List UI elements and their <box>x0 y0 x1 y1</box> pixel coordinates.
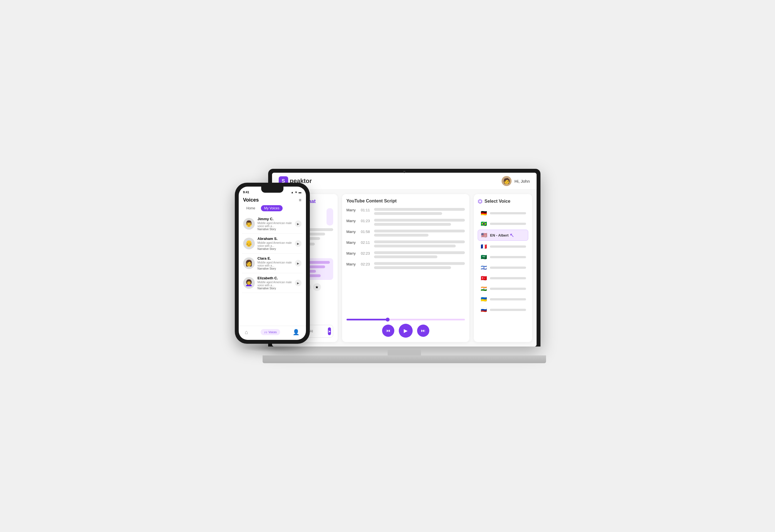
avatar: 👴 <box>243 238 255 249</box>
voice-info: Jimmy C. Middle aged American male voice… <box>258 217 292 231</box>
laptop-base <box>263 355 546 363</box>
row-lines <box>374 240 465 247</box>
play-pause-button[interactable]: ▶ <box>399 324 413 338</box>
filter-icon[interactable]: ≡ <box>299 198 301 203</box>
line <box>374 240 465 243</box>
user-info: 🧑 Hi, John <box>501 176 530 186</box>
star-reaction[interactable]: ★ <box>313 283 321 291</box>
voice-name-line <box>490 298 526 300</box>
row-lines <box>374 230 465 237</box>
line <box>374 223 451 226</box>
flag-sa: 🇸🇦 <box>480 254 488 260</box>
voice-item-de[interactable]: 🇩🇪 <box>478 209 528 218</box>
voice-item-tr[interactable]: 🇹🇷 <box>478 273 528 283</box>
greeting-text: Hi, John <box>514 179 530 184</box>
list-item[interactable]: 👩‍🦱 Elizabeth C. Middle aged American ma… <box>242 273 303 293</box>
voice-name: Jimmy C. <box>258 217 292 221</box>
phone-device: 9:41 ▲ ▼ ▬ Voices ≡ Home My Voices <box>235 183 310 344</box>
voice-item-sa[interactable]: 🇸🇦 <box>478 252 528 262</box>
voice-name-line <box>490 245 526 248</box>
script-title: YouTube Content Script <box>347 199 465 204</box>
tab-home[interactable]: Home <box>243 205 259 211</box>
voice-name-line <box>490 288 526 290</box>
play-button[interactable]: ▶ <box>295 220 302 227</box>
voice-name: Abraham S. <box>258 237 292 241</box>
list-item[interactable]: 👴 Abraham S. Middle aged American male v… <box>242 234 303 254</box>
avatar: 👨 <box>243 218 255 230</box>
waves-icon: ♪♪ <box>264 330 267 334</box>
avatar: 👩 <box>243 257 255 269</box>
line <box>374 245 456 247</box>
phone-shadow <box>240 344 304 352</box>
row-lines <box>374 208 465 215</box>
voice-item-il[interactable]: 🇮🇱 <box>478 263 528 272</box>
row-lines <box>374 262 465 269</box>
line <box>374 219 465 222</box>
voice-item-us[interactable]: 🇺🇸 EN - Albert ↖ <box>478 230 528 241</box>
progress-dot <box>386 318 390 322</box>
script-row: Marry 02:23 <box>347 262 465 269</box>
flag-fr: 🇫🇷 <box>480 244 488 249</box>
script-row: Marry 02:23 <box>347 251 465 258</box>
script-row: Marry 01:11 <box>347 208 465 215</box>
voice-item-in[interactable]: 🇮🇳 <box>478 284 528 293</box>
play-button[interactable]: ▶ <box>295 280 302 286</box>
script-row: Marry 01:58 <box>347 230 465 237</box>
laptop-camera <box>403 171 405 173</box>
voice-tag: Narrative Story <box>258 247 292 250</box>
row-time: 02:23 <box>361 262 371 266</box>
voice-name-us: EN - Albert <box>490 233 509 237</box>
avatar: 👩‍🦱 <box>243 277 255 289</box>
script-row: Marry 01:23 <box>347 219 465 226</box>
play-button[interactable]: ▶ <box>295 240 302 247</box>
phone-notch <box>261 187 284 193</box>
phone-icons: ▲ ▼ ▬ <box>291 191 302 194</box>
voice-tag: Narrative Story <box>258 287 292 290</box>
nav-voices[interactable]: ♪♪ Voices <box>261 329 280 335</box>
row-time: 01:58 <box>361 230 371 234</box>
list-item[interactable]: 👩 Clara E. Middle aged American male voi… <box>242 254 303 273</box>
line <box>374 262 465 265</box>
flag-us: 🇺🇸 <box>480 232 488 238</box>
phone-screen: 9:41 ▲ ▼ ▬ Voices ≡ Home My Voices <box>239 187 306 340</box>
tab-my-voices[interactable]: My Voices <box>261 205 283 211</box>
voice-desc: Middle aged American male voice with a..… <box>258 241 292 247</box>
voice-desc: Middle aged American male voice with a..… <box>258 261 292 267</box>
scene: 9:41 ▲ ▼ ▬ Voices ≡ Home My Voices <box>235 160 540 372</box>
list-item[interactable]: 👨 Jimmy C. Middle aged American male voi… <box>242 214 303 234</box>
signal-icon: ▲ <box>291 191 294 194</box>
line <box>374 234 428 237</box>
user-avatar: 🧑 <box>501 176 511 186</box>
laptop-screen: S peaktor 🧑 Hi, John AI Chat <box>272 173 536 347</box>
row-name: Marry <box>347 219 358 223</box>
row-time: 02:23 <box>361 251 371 255</box>
line <box>374 255 438 258</box>
line <box>374 266 451 269</box>
row-time: 01:23 <box>361 219 371 223</box>
progress-fill <box>347 319 388 320</box>
flag-tr: 🇹🇷 <box>480 275 488 281</box>
nav-home[interactable]: ⌂ <box>245 329 248 335</box>
progress-bar[interactable] <box>347 319 465 320</box>
send-button[interactable]: ➤ <box>328 327 331 335</box>
skip-back-button[interactable]: ⏮ <box>382 325 394 337</box>
row-name: Marry <box>347 230 358 234</box>
nav-profile[interactable]: 👤 <box>293 329 300 335</box>
phone-header: Voices ≡ <box>239 195 306 205</box>
voice-panel-header: ⏣ Select Voice <box>478 198 528 205</box>
laptop-stand <box>388 350 421 355</box>
skip-forward-button[interactable]: ⏭ <box>417 325 429 337</box>
row-lines <box>374 251 465 258</box>
voice-tag: Narrative Story <box>258 267 292 270</box>
voice-item-br[interactable]: 🇧🇷 <box>478 219 528 229</box>
phone-navigation: ⌂ ♪♪ Voices 👤 <box>239 326 306 340</box>
app-header: S peaktor 🧑 Hi, John <box>272 173 536 190</box>
voice-item-fr[interactable]: 🇫🇷 <box>478 242 528 251</box>
profile-icon: 👤 <box>293 329 300 335</box>
nav-voices-pill: ♪♪ Voices <box>261 329 280 335</box>
row-name: Marry <box>347 240 358 245</box>
voice-item-ua[interactable]: 🇺🇦 <box>478 295 528 304</box>
play-button[interactable]: ▶ <box>295 260 302 267</box>
script-panel: YouTube Content Script Marry 01:11 Marry <box>342 194 469 342</box>
voice-item-ru[interactable]: 🇷🇺 <box>478 305 528 315</box>
